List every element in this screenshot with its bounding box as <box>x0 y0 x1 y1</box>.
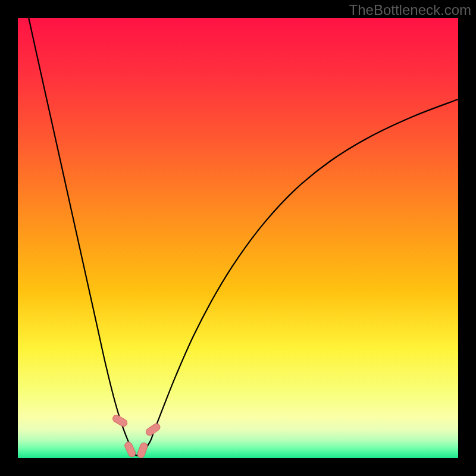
plot-area <box>18 18 458 458</box>
watermark-text: TheBottleneck.com <box>349 2 471 18</box>
chart-frame: TheBottleneck.com <box>0 0 476 476</box>
gradient-background <box>18 18 458 458</box>
bottleneck-chart-svg <box>18 18 458 458</box>
